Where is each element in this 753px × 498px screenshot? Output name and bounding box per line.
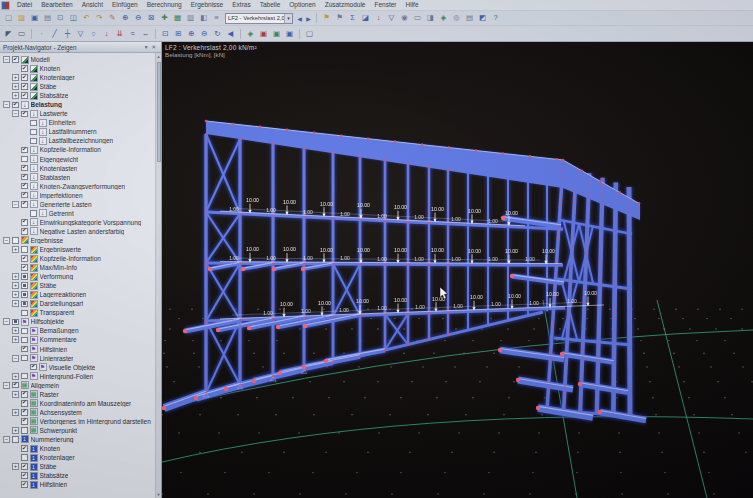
menu-item-zusatzmodule[interactable]: Zusatzmodule — [321, 0, 370, 10]
visibility-checkbox[interactable] — [30, 210, 37, 217]
zoom-in-2-icon[interactable]: ⊕ — [185, 28, 198, 40]
tree-item-achsensystem[interactable]: +✔▦Achsensystem — [0, 408, 155, 417]
zoom-region-icon[interactable]: ⊞ — [172, 28, 185, 40]
cantilever-arm[interactable] — [500, 350, 564, 359]
tree-expander[interactable]: + — [12, 74, 19, 81]
tree-expander[interactable]: + — [12, 92, 19, 99]
rotate-view-icon[interactable]: ↻ — [211, 28, 224, 40]
tree-expander[interactable]: − — [3, 101, 10, 108]
tree-expander[interactable]: + — [12, 409, 19, 416]
panel-scrollbar[interactable]: ▲ ▼ — [155, 53, 161, 498]
select-window-icon[interactable]: ▭ — [15, 28, 28, 40]
tree-item-einheiten[interactable]: ↓Einheiten — [0, 118, 155, 127]
node-dot[interactable] — [303, 324, 307, 328]
visibility-checkbox[interactable] — [21, 310, 28, 317]
scroll-up-icon[interactable]: ▲ — [156, 53, 161, 60]
visibility-checkbox[interactable]: ✔ — [21, 111, 28, 118]
show-loads-icon[interactable]: ↓ — [372, 12, 385, 24]
visibility-checkbox[interactable]: ✔ — [21, 192, 28, 199]
zoom-in-icon[interactable]: ⊕ — [119, 12, 132, 24]
print-graphic-icon[interactable]: ▤ — [463, 12, 476, 24]
tree-expander[interactable]: + — [12, 83, 19, 90]
shading-icon[interactable]: ◨ — [424, 12, 437, 24]
node-dot[interactable] — [510, 274, 514, 278]
tree-item-imperfektionen[interactable]: ✔↓Imperfektionen — [0, 191, 155, 200]
tree-item-raster[interactable]: +✔▦Raster — [0, 390, 155, 399]
tree-item-modell[interactable]: −✔Modell — [0, 55, 155, 64]
tree-item-linienraster[interactable]: −⚑Linienraster — [0, 354, 155, 363]
visibility-checkbox[interactable] — [12, 436, 19, 443]
imperfection-icon[interactable]: ≈ — [126, 28, 139, 40]
tree-expander[interactable]: + — [12, 300, 19, 307]
visibility-checkbox[interactable] — [21, 328, 28, 335]
visibility-checkbox[interactable]: ✔ — [21, 463, 28, 470]
tree-item-negative-lasten-andersfarbig[interactable]: ✔↓Negative Lasten andersfarbig — [0, 227, 155, 236]
node-dot[interactable] — [216, 328, 220, 332]
load-case-prev-button[interactable]: ◀ — [295, 13, 304, 24]
visibility-checkbox[interactable]: ✔ — [21, 65, 28, 72]
layers-icon[interactable]: ◧ — [197, 12, 210, 24]
table-icon[interactable]: ▦ — [171, 12, 184, 24]
visibility-checkbox[interactable]: ✔ — [21, 418, 28, 425]
tree-item-stablasten[interactable]: ✔↓Stablasten — [0, 173, 155, 182]
print-preview-icon[interactable]: ⊡ — [54, 12, 67, 24]
tree-item-koordinateninfo-am-mauszeiger[interactable]: ✔▦Koordinateninfo am Mauszeiger — [0, 399, 155, 408]
visibility-checkbox[interactable] — [21, 291, 28, 298]
tree-item-bema-ungen[interactable]: +⚑Bemaßungen — [0, 326, 155, 335]
tree-expander[interactable]: + — [12, 336, 19, 343]
visibility-checkbox[interactable] — [21, 273, 28, 280]
view-isometric-icon[interactable]: ◈ — [244, 28, 257, 40]
zoom-out-2-icon[interactable]: ⊖ — [198, 28, 211, 40]
edit-load-case-icon[interactable]: ⚑ — [333, 12, 346, 24]
node-dot[interactable] — [208, 267, 212, 271]
node-dot[interactable] — [183, 329, 187, 333]
node-dot[interactable] — [276, 325, 280, 329]
visibility-checkbox[interactable]: ✔ — [21, 165, 28, 172]
tree-expander[interactable]: + — [12, 463, 19, 470]
tree-expander[interactable]: − — [12, 355, 19, 362]
visibility-checkbox[interactable]: ✔ — [21, 391, 28, 398]
tree-expander[interactable]: + — [12, 246, 19, 253]
save-icon[interactable]: ▣ — [28, 12, 41, 24]
tree-item-allgemein[interactable]: −✔▦Allgemein — [0, 381, 155, 390]
node-dot[interactable] — [224, 387, 228, 391]
tree-item-knotenlasten[interactable]: ✔↓Knotenlasten — [0, 164, 155, 173]
view-x-icon[interactable]: ▣ — [257, 28, 270, 40]
visibility-checkbox[interactable] — [21, 246, 28, 253]
visibility-checkbox[interactable] — [30, 138, 37, 145]
menu-item-einf-gen[interactable]: Einfügen — [108, 0, 142, 10]
tree-expander[interactable]: − — [3, 382, 10, 389]
panel-icon[interactable]: ◩ — [476, 12, 489, 24]
tree-item-ergebnisse[interactable]: −Ergebnisse — [0, 236, 155, 245]
tree-item-hilfslinien[interactable]: ✔⚑Hilfslinien — [0, 345, 155, 354]
tree-item-lastfallbezeichnungen[interactable]: ↓Lastfallbezeichnungen — [0, 136, 155, 145]
open-file-icon[interactable]: ▨ — [15, 12, 28, 24]
tree-item-belastung[interactable]: −✔↓Belastung — [0, 100, 155, 109]
tree-expander[interactable]: − — [3, 56, 10, 63]
menu-item-optionen[interactable]: Optionen — [285, 0, 319, 10]
visibility-checkbox[interactable]: ✔ — [30, 364, 37, 371]
fullscreen-icon[interactable]: ▢ — [303, 28, 316, 40]
tree-item-kommentare[interactable]: +⚑Kommentare — [0, 335, 155, 344]
tree-item-st-be[interactable]: +✔Stäbe — [0, 82, 155, 91]
close-panel-button[interactable]: ✕ — [149, 44, 158, 50]
visibility-checkbox[interactable]: ✔ — [21, 445, 28, 452]
visibility-checkbox[interactable]: ✔ — [21, 472, 28, 479]
tree-item-getrennt[interactable]: ↓Getrennt — [0, 209, 155, 218]
zoom-window-icon[interactable]: ⊠ — [145, 12, 158, 24]
model-scene[interactable]: 10.001.0010.001.0010.001.0010.001.0010.0… — [162, 42, 753, 498]
visibility-checkbox[interactable] — [21, 355, 28, 362]
copy-icon[interactable]: ◫ — [67, 12, 80, 24]
new-load-case-icon[interactable]: ⚑ — [320, 12, 333, 24]
viewport-3d[interactable]: LF2 : Verkehrslast 2,00 kN/m² Belastung … — [162, 42, 753, 498]
visibility-checkbox[interactable]: ✔ — [21, 264, 28, 271]
visibility-checkbox[interactable]: ✔ — [21, 228, 28, 235]
menu-item-ergebnisse[interactable]: Ergebnisse — [187, 0, 228, 10]
visibility-checkbox[interactable] — [12, 319, 19, 326]
node-dot[interactable] — [324, 359, 328, 363]
show-supports-icon[interactable]: ▽ — [385, 12, 398, 24]
tree-item-stabs-tze[interactable]: ✔1Stabsätze — [0, 471, 155, 480]
tree-expander[interactable]: + — [12, 273, 19, 280]
structure-member[interactable] — [597, 178, 603, 414]
tree-item-lastfallnummern[interactable]: ↓Lastfallnummern — [0, 127, 155, 136]
